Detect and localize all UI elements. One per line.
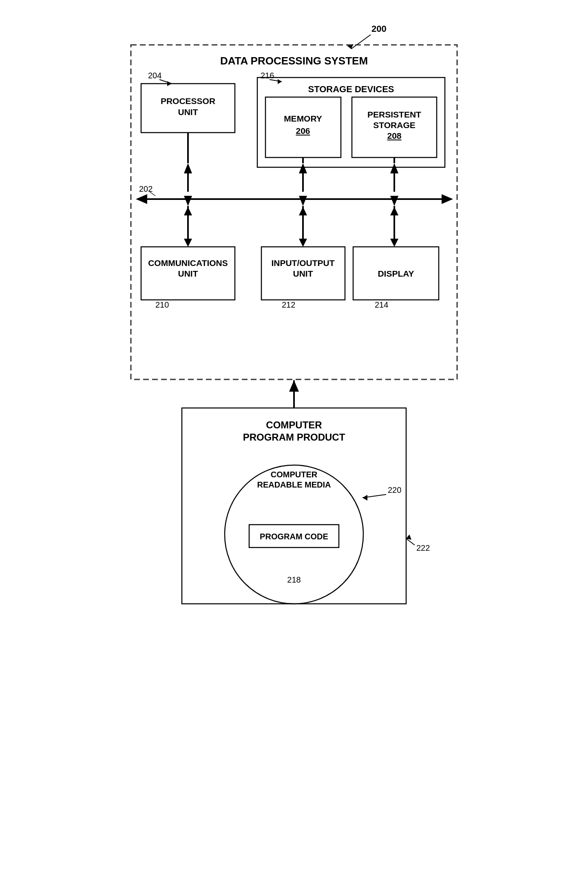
- memory-label: MEMORY: [284, 114, 322, 123]
- svg-marker-3: [278, 79, 282, 84]
- ref-210-label: 210: [155, 300, 169, 309]
- memory-ref: 206: [296, 126, 310, 135]
- comm-arrow-up-head: [184, 207, 192, 215]
- program-code-label: PROGRAM CODE: [260, 532, 328, 541]
- persistent-storage-label1: PERSISTENT: [367, 110, 421, 119]
- ref-202-label: 202: [139, 184, 153, 193]
- comm-unit-label2: UNIT: [178, 269, 198, 278]
- diagram-container: 200 DATA PROCESSING SYSTEM 216 204 PROCE…: [119, 16, 469, 865]
- disp-arrow-down-head: [390, 239, 398, 247]
- ref-216-label: 216: [261, 71, 274, 80]
- io-arrow-up-head: [299, 207, 307, 215]
- mem-arrow-up-head: [299, 163, 307, 173]
- ref-214-label: 214: [375, 300, 388, 309]
- ref-212-label: 212: [282, 300, 295, 309]
- ref-220-label: 220: [388, 485, 401, 494]
- circle-label1: COMPUTER: [271, 470, 318, 479]
- io-unit-label1: INPUT/OUTPUT: [271, 258, 334, 268]
- display-label: DISPLAY: [378, 269, 414, 278]
- comm-unit-label1: COMMUNICATIONS: [148, 258, 228, 268]
- circle-label2: READABLE MEDIA: [257, 480, 331, 489]
- io-arrow-down-head: [299, 239, 307, 247]
- cpp-title2: PROGRAM PRODUCT: [243, 432, 345, 443]
- ps-arrow-down-head: [390, 196, 398, 206]
- disp-arrow-up-head: [390, 207, 398, 215]
- bus-arrow-right: [442, 194, 453, 204]
- main-diagram-svg: 200 DATA PROCESSING SYSTEM 216 204 PROCE…: [119, 16, 469, 865]
- svg-marker-8: [363, 495, 367, 501]
- storage-devices-title: STORAGE DEVICES: [308, 84, 394, 94]
- persistent-storage-ref: 208: [387, 131, 401, 140]
- cpp-title1: COMPUTER: [266, 419, 322, 430]
- ref-218-label: 218: [287, 575, 301, 584]
- main-title: DATA PROCESSING SYSTEM: [220, 55, 368, 67]
- ps-arrow-up-head: [390, 163, 398, 173]
- proc-arrow-down-head: [184, 196, 192, 206]
- proc-arrow-up-head: [184, 163, 192, 173]
- ref-200-label: 200: [371, 24, 387, 34]
- comm-arrow-down-head: [184, 239, 192, 247]
- io-unit-label2: UNIT: [293, 269, 313, 278]
- persistent-storage-label2: STORAGE: [373, 120, 415, 130]
- ref-222-label: 222: [416, 543, 430, 552]
- mem-arrow-down-head: [299, 196, 307, 206]
- processor-unit-label1: PROCESSOR: [161, 96, 215, 106]
- svg-line-0: [351, 35, 371, 49]
- connector-arrow-up: [289, 380, 299, 392]
- ref-204-label: 204: [148, 71, 161, 80]
- processor-unit-label2: UNIT: [178, 107, 198, 117]
- bus-arrow-left: [136, 194, 147, 204]
- main-dashed-box: [131, 45, 457, 379]
